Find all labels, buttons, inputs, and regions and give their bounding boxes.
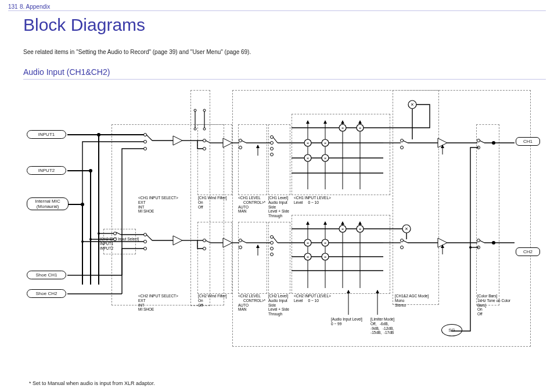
svg-point-5 — [114, 232, 117, 235]
svg-point-30 — [271, 136, 274, 139]
svg-point-28 — [239, 239, 242, 242]
svg-point-32 — [271, 148, 274, 150]
see-related-text: See related items in "Setting the Audio … — [23, 49, 251, 55]
svg-point-72 — [477, 139, 480, 142]
svg-point-6 — [114, 238, 117, 241]
ch2-mul-matrix: × × × × × × × — [292, 222, 411, 288]
svg-text:×: × — [341, 125, 344, 131]
svg-text:×: × — [359, 226, 362, 232]
page-number: 131 — [8, 3, 18, 10]
svg-point-34 — [271, 236, 274, 239]
svg-point-8 — [144, 134, 147, 136]
svg-text:×: × — [405, 226, 408, 232]
svg-text:×: × — [411, 102, 413, 107]
svg-point-10 — [144, 148, 147, 150]
svg-point-29 — [239, 246, 242, 249]
svg-marker-15 — [173, 236, 182, 245]
section-subtitle: Audio Input (CH1&CH2) — [23, 67, 110, 77]
page-title: Block Diagrams — [23, 15, 145, 35]
svg-text:×: × — [341, 226, 344, 232]
svg-marker-14 — [173, 136, 182, 145]
svg-point-68 — [401, 239, 404, 242]
svg-marker-22 — [223, 138, 232, 148]
svg-point-20 — [203, 139, 206, 142]
svg-text:×: × — [324, 141, 327, 146]
svg-point-23 — [203, 239, 206, 242]
svg-point-18 — [203, 109, 206, 112]
svg-text:×: × — [324, 254, 327, 260]
svg-point-7 — [81, 240, 84, 243]
svg-point-9 — [144, 141, 147, 143]
svg-point-4 — [89, 238, 92, 240]
svg-point-69 — [401, 246, 404, 249]
svg-point-76 — [492, 141, 495, 145]
appendix-label: 8. Appendix — [20, 3, 50, 10]
svg-text:×: × — [307, 141, 310, 146]
svg-point-1 — [89, 169, 92, 172]
svg-text:×: × — [324, 240, 327, 246]
svg-point-21 — [203, 148, 206, 150]
footnote: * Set to Manual when audio is input from… — [29, 380, 155, 386]
svg-text:×: × — [359, 125, 362, 131]
svg-marker-25 — [223, 238, 232, 247]
svg-point-12 — [144, 240, 147, 243]
svg-point-31 — [271, 142, 274, 145]
svg-point-24 — [203, 247, 206, 250]
svg-text:×: × — [307, 156, 310, 161]
svg-point-26 — [239, 139, 242, 142]
svg-text:×: × — [307, 240, 310, 246]
svg-point-77 — [492, 241, 495, 244]
svg-point-17 — [194, 128, 196, 130]
svg-point-67 — [401, 146, 404, 149]
svg-point-33 — [271, 153, 274, 156]
svg-point-19 — [203, 128, 206, 130]
svg-point-74 — [477, 239, 480, 242]
svg-point-3 — [98, 232, 100, 235]
wires-svg: × × × × × × × × × × × × × × — [23, 87, 540, 366]
svg-point-13 — [144, 247, 147, 250]
svg-point-11 — [144, 233, 147, 236]
svg-point-27 — [239, 146, 242, 149]
block-diagram: INPUT1 INPUT2 Internal MIC (Monaural) Sh… — [23, 87, 540, 366]
svg-point-36 — [271, 247, 274, 250]
svg-point-78 — [469, 246, 472, 249]
svg-point-66 — [401, 139, 404, 142]
ch1-mul-matrix: × × × × × × — [292, 121, 383, 189]
svg-point-37 — [271, 253, 274, 256]
svg-text:×: × — [307, 254, 310, 260]
svg-text:×: × — [324, 156, 327, 161]
svg-point-16 — [194, 109, 196, 112]
svg-point-35 — [271, 242, 274, 244]
